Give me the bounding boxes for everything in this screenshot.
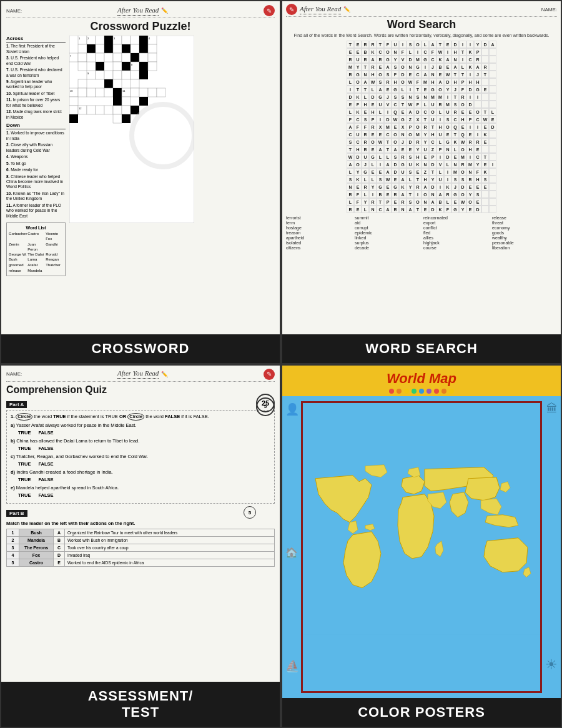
ws-letter-cell: F <box>354 191 362 198</box>
ws-letter-cell: U <box>362 153 369 161</box>
ws-letter-cell: T <box>436 41 444 48</box>
clue-down-2: 2. Close ally with Russian leaders durin… <box>6 142 66 153</box>
ws-letter-cell: N <box>444 146 451 153</box>
ws-title: Word Search <box>286 18 557 31</box>
svg-rect-80 <box>69 114 78 123</box>
ws-letter-cell: D <box>392 168 399 176</box>
svg-rect-16 <box>96 44 104 53</box>
ws-letter-cell: Z <box>422 168 429 176</box>
word-aid: aid <box>355 221 420 225</box>
match-name-fox: Fox <box>19 552 54 559</box>
ws-letter-cell: T <box>459 48 466 56</box>
ws-letter-cell: X <box>377 123 384 131</box>
word-gandhi: Gandhi <box>46 242 63 252</box>
comp-title: Comprehension Quiz <box>6 384 107 396</box>
ws-letter-cell: K <box>399 183 407 191</box>
ws-letter-cell: N <box>429 71 436 78</box>
svg-rect-58 <box>96 88 104 97</box>
ws-letter-cell: I <box>474 123 481 131</box>
word-apartheid: apartheid <box>286 236 351 240</box>
ws-letter-cell: L <box>384 153 392 161</box>
ws-letter-cell: F <box>347 116 354 123</box>
ws-letter-cell: D <box>407 138 414 146</box>
crossword-grid-panel: 1 2 3 4 <box>69 36 275 330</box>
ws-letter-cell: S <box>392 63 399 71</box>
ws-letter-cell: T <box>384 138 392 146</box>
ws-letter-cell: A <box>377 86 384 93</box>
ws-letter-cell: G <box>377 93 384 101</box>
crossword-content: NAME: After You Read ✏️ ✎ Crossword Puzz… <box>1 1 280 334</box>
ws-letter-cell <box>489 176 496 183</box>
match-name-mandela: Mandela <box>19 537 54 544</box>
ws-letter-cell <box>489 183 496 191</box>
ws-letter-cell: K <box>436 56 444 63</box>
ws-letter-cell: M <box>459 153 466 161</box>
ws-letter-cell: R <box>362 56 369 63</box>
ws-letter-cell: E <box>422 153 429 161</box>
ws-letter-cell: Q <box>451 123 459 131</box>
ws-letter-cell: O <box>384 48 392 56</box>
word-zemin: Zemin <box>9 242 27 252</box>
ws-letter-cell: X <box>414 116 422 123</box>
ws-label: WORD SEARCH <box>282 334 561 363</box>
match-name-perons: The Perons <box>19 544 54 552</box>
dot-1 <box>389 389 394 394</box>
ws-grid-container: TERRTFUISOLATEDIIYDAEEBKCONFLICFWIHTKP R… <box>286 41 557 213</box>
ws-letter-cell: G <box>392 183 399 191</box>
ws-letter-cell: F <box>384 41 392 48</box>
ws-letter-cell: O <box>414 41 422 48</box>
ws-letter-cell: P <box>369 116 377 123</box>
ws-letter-cell: D <box>489 123 496 131</box>
ws-letter-cell: C <box>422 48 429 56</box>
ws-letter-cell: E <box>354 41 362 48</box>
svg-rect-76 <box>104 106 113 114</box>
ws-letter-cell: G <box>474 86 481 93</box>
svg-rect-6 <box>104 36 113 44</box>
ws-letter-cell: R <box>436 101 444 108</box>
svg-rect-74 <box>87 106 96 114</box>
ws-letter-cell: S <box>392 153 399 161</box>
svg-rect-53 <box>131 79 139 88</box>
svg-rect-52 <box>113 79 122 88</box>
ws-letter-cell: R <box>451 108 459 116</box>
ws-letter-cell <box>489 63 496 71</box>
svg-rect-15 <box>87 44 96 53</box>
ws-letter-cell: L <box>362 176 369 183</box>
word-release: release <box>9 269 27 274</box>
ws-letter-cell: M <box>414 56 422 63</box>
match-desc-e: Worked to end the AIDS epidemic in Afric… <box>65 559 275 567</box>
ws-letter-cell <box>489 56 496 63</box>
ws-letter-cell: V <box>436 161 444 168</box>
ws-letter-cell: I <box>474 93 481 101</box>
word-terrorist: terrorist <box>286 216 351 220</box>
ws-letter-cell: R <box>399 198 407 206</box>
ws-letter-cell <box>474 101 481 108</box>
svg-rect-40 <box>139 62 148 71</box>
ws-letter-cell: T <box>429 123 436 131</box>
svg-rect-60 <box>113 88 122 97</box>
match-table: 1 Bush A Organized the Rainbow Tour to m… <box>6 529 275 567</box>
ws-letter-cell <box>489 86 496 93</box>
match-letter-b: B <box>54 537 65 544</box>
tf-e: TRUE FALSE <box>18 492 270 499</box>
svg-rect-35 <box>96 62 104 71</box>
svg-rect-59 <box>104 88 113 97</box>
ws-letter-cell: I <box>459 41 466 48</box>
dot-8 <box>441 389 446 394</box>
ws-letter-cell <box>489 191 496 198</box>
ws-letter-cell: M <box>444 101 451 108</box>
ws-letter-cell: I <box>377 161 384 168</box>
ws-letter-cell: E <box>392 176 399 183</box>
word-isolated: isolated <box>286 241 351 245</box>
svg-rect-68 <box>113 97 122 106</box>
ws-letter-cell: A <box>384 168 392 176</box>
word-economy: economy <box>492 226 557 230</box>
ws-letter-cell: Y <box>474 41 481 48</box>
ws-letter-cell: C <box>392 101 399 108</box>
ws-letter-cell: T <box>414 176 422 183</box>
ws-letter-cell: S <box>407 153 414 161</box>
clue-across-9: 9. Argentinian leader who worked to help… <box>6 79 66 90</box>
ws-letter-cell: T <box>459 71 466 78</box>
svg-rect-49 <box>139 71 148 79</box>
tf-d: TRUE FALSE <box>18 477 270 484</box>
